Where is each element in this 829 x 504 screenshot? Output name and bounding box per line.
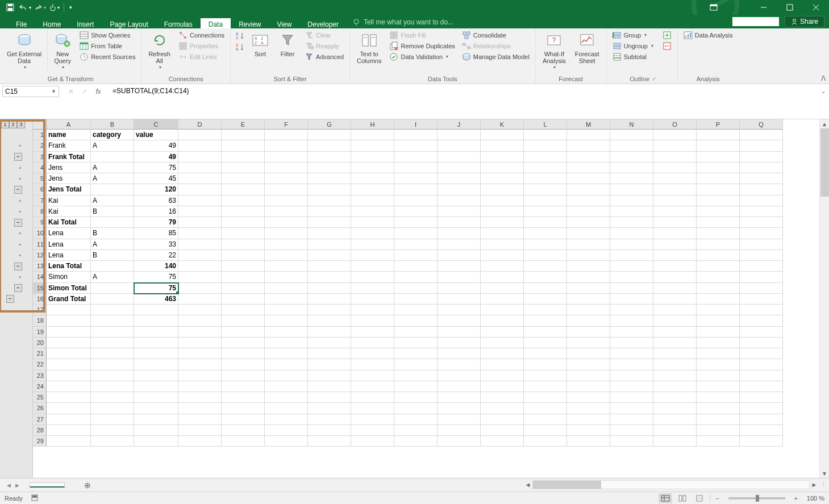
cell-A19[interactable] — [47, 327, 91, 338]
cell-L21[interactable] — [524, 348, 567, 359]
cell-K10[interactable] — [481, 228, 524, 239]
col-header-D[interactable]: D — [178, 119, 222, 130]
cell-E22[interactable] — [222, 359, 265, 370]
cell-G9[interactable] — [308, 217, 351, 228]
filter-button[interactable]: Filter — [275, 30, 300, 59]
cell-O25[interactable] — [653, 392, 697, 403]
cell-C29[interactable] — [134, 436, 178, 447]
cell-P20[interactable] — [697, 338, 740, 348]
cell-N27[interactable] — [610, 414, 653, 425]
cell-C18[interactable] — [134, 315, 178, 326]
cell-I26[interactable] — [394, 403, 438, 414]
cell-L3[interactable] — [524, 152, 567, 163]
cell-M14[interactable] — [567, 272, 610, 282]
cell-Q4[interactable] — [740, 163, 783, 173]
cell-E2[interactable] — [222, 140, 265, 151]
macro-record-icon[interactable] — [31, 494, 39, 503]
col-header-A[interactable]: A — [47, 119, 91, 130]
cell-K21[interactable] — [481, 348, 524, 359]
cell-D12[interactable] — [178, 250, 222, 261]
cell-A21[interactable] — [47, 348, 91, 359]
cell-H6[interactable] — [351, 184, 394, 195]
cell-I28[interactable] — [394, 425, 438, 436]
cell-H27[interactable] — [351, 414, 394, 425]
cell-J11[interactable] — [438, 239, 481, 250]
cell-D20[interactable] — [178, 338, 222, 348]
cell-F6[interactable] — [265, 184, 308, 195]
cell-A9[interactable]: Kai Total — [47, 217, 91, 228]
cell-F13[interactable] — [265, 261, 308, 272]
cell-C11[interactable]: 33 — [134, 239, 178, 250]
cell-I29[interactable] — [394, 436, 438, 447]
outline-collapse-row-13[interactable]: − — [14, 263, 22, 270]
cell-E15[interactable] — [222, 283, 265, 294]
cell-N15[interactable] — [610, 283, 653, 294]
cell-P6[interactable] — [697, 184, 740, 195]
cell-L24[interactable] — [524, 381, 567, 392]
outline-level-1[interactable]: 1 — [1, 120, 9, 128]
cell-O14[interactable] — [653, 272, 697, 282]
cell-D7[interactable] — [178, 195, 222, 206]
cell-P25[interactable] — [697, 392, 740, 403]
cell-F28[interactable] — [265, 425, 308, 436]
text-to-columns-button[interactable]: Text to Columns — [353, 30, 385, 65]
cell-K5[interactable] — [481, 173, 524, 184]
cell-G4[interactable] — [308, 163, 351, 173]
cell-O6[interactable] — [653, 184, 697, 195]
cell-L29[interactable] — [524, 436, 567, 447]
cell-N3[interactable] — [610, 152, 653, 163]
data-analysis-button[interactable]: Data Analysis — [681, 30, 735, 40]
cell-G15[interactable] — [308, 283, 351, 294]
cell-Q15[interactable] — [740, 283, 783, 294]
cell-G14[interactable] — [308, 272, 351, 282]
cell-F14[interactable] — [265, 272, 308, 282]
cell-J29[interactable] — [438, 436, 481, 447]
cell-C16[interactable]: 463 — [134, 294, 178, 305]
cell-G7[interactable] — [308, 195, 351, 206]
cell-F22[interactable] — [265, 359, 308, 370]
cell-J24[interactable] — [438, 381, 481, 392]
consolidate-button[interactable]: Consolidate — [460, 30, 532, 40]
cell-I12[interactable] — [394, 250, 438, 261]
cell-E19[interactable] — [222, 327, 265, 338]
cell-P12[interactable] — [697, 250, 740, 261]
cell-Q20[interactable] — [740, 338, 783, 348]
cell-J17[interactable] — [438, 305, 481, 315]
cell-A28[interactable] — [47, 425, 91, 436]
cell-D24[interactable] — [178, 381, 222, 392]
cell-G25[interactable] — [308, 392, 351, 403]
cell-L25[interactable] — [524, 392, 567, 403]
cell-F21[interactable] — [265, 348, 308, 359]
cell-H22[interactable] — [351, 359, 394, 370]
cell-Q28[interactable] — [740, 425, 783, 436]
cell-K6[interactable] — [481, 184, 524, 195]
cell-P21[interactable] — [697, 348, 740, 359]
cell-A13[interactable]: Lena Total — [47, 261, 91, 272]
cell-C10[interactable]: 85 — [134, 228, 178, 239]
cell-C3[interactable]: 49 — [134, 152, 178, 163]
cell-K19[interactable] — [481, 327, 524, 338]
cell-F4[interactable] — [265, 163, 308, 173]
row-header-7[interactable]: 7 — [33, 195, 47, 206]
cell-E3[interactable] — [222, 152, 265, 163]
cell-G12[interactable] — [308, 250, 351, 261]
recent-sources-button[interactable]: Recent Sources — [77, 52, 138, 62]
cell-D28[interactable] — [178, 425, 222, 436]
cell-J7[interactable] — [438, 195, 481, 206]
cells-grid[interactable]: namecategoryvalueFrankA49Frank Total49Je… — [47, 130, 783, 447]
cell-Q27[interactable] — [740, 414, 783, 425]
cell-F27[interactable] — [265, 414, 308, 425]
flash-fill-button[interactable]: Flash Fill — [387, 30, 457, 40]
cell-H7[interactable] — [351, 195, 394, 206]
cell-I23[interactable] — [394, 370, 438, 381]
cell-C25[interactable] — [134, 392, 178, 403]
cell-E27[interactable] — [222, 414, 265, 425]
cell-J18[interactable] — [438, 315, 481, 326]
cell-I18[interactable] — [394, 315, 438, 326]
cell-O10[interactable] — [653, 228, 697, 239]
reapply-button[interactable]: Reapply — [302, 41, 346, 51]
cell-P19[interactable] — [697, 327, 740, 338]
cell-H17[interactable] — [351, 305, 394, 315]
minimize-button[interactable] — [751, 0, 777, 15]
cell-L19[interactable] — [524, 327, 567, 338]
